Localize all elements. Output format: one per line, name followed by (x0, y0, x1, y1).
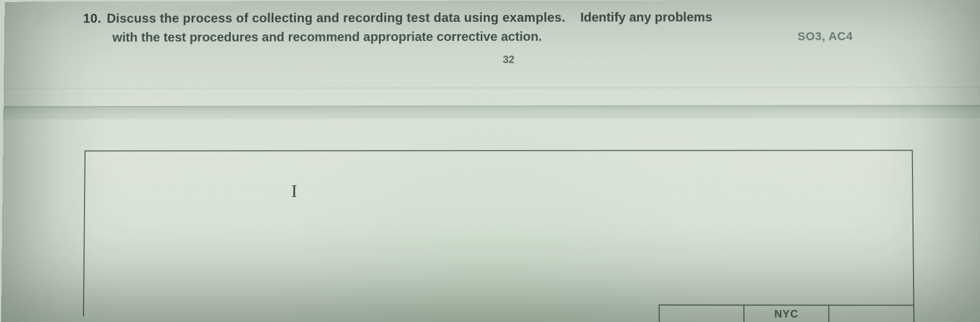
question-number: 10. (83, 11, 102, 26)
question-text-line1-tail: Identify any problems (580, 10, 712, 24)
question-line-2: with the test procedures and recommend a… (83, 28, 939, 45)
question-text-line2: with the test procedures and recommend a… (112, 29, 542, 45)
question-block: 10. Discuss the process of collecting an… (4, 0, 980, 90)
question-line-1: 10. Discuss the process of collecting an… (83, 9, 938, 26)
question-text-line1-main: Discuss the process of collecting and re… (107, 10, 566, 26)
page-surface: 10. Discuss the process of collecting an… (1, 0, 980, 322)
page-number: 32 (83, 53, 939, 67)
question-code: SO3, AC4 (798, 29, 939, 43)
footer-cells: NYC (660, 304, 915, 322)
section-divider (3, 105, 980, 120)
footer-cell-empty (659, 304, 745, 322)
footer-cell-empty-2 (828, 304, 915, 322)
text-cursor-icon: I (291, 181, 297, 201)
answer-input-area[interactable]: I (83, 150, 915, 317)
footer-cell-label: NYC (743, 304, 830, 322)
